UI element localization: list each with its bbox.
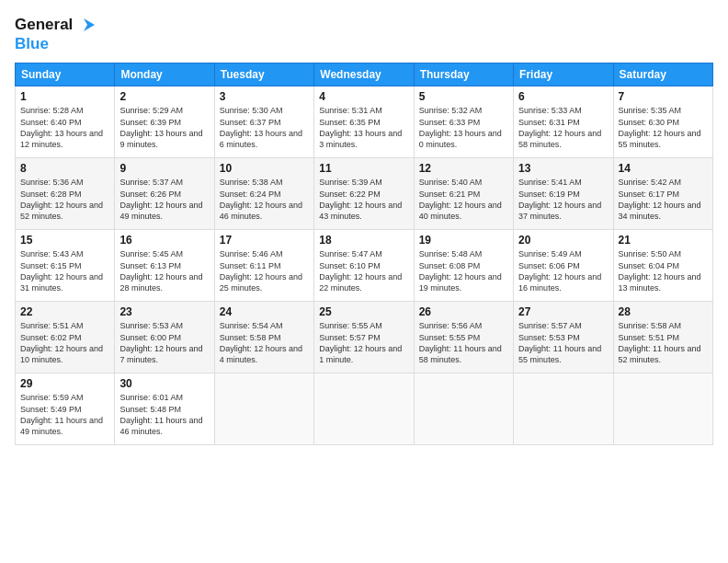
logo-bird-icon [74, 15, 95, 35]
day-number: 8 [20, 162, 109, 175]
calendar-cell [613, 373, 712, 445]
calendar-week-row: 1Sunrise: 5:28 AMSunset: 6:40 PMDaylight… [16, 86, 713, 158]
calendar-cell: 25Sunrise: 5:55 AMSunset: 5:57 PMDayligh… [314, 302, 414, 373]
day-number: 5 [419, 90, 508, 103]
calendar-cell: 11Sunrise: 5:39 AMSunset: 6:22 PMDayligh… [314, 158, 414, 230]
calendar-cell: 3Sunrise: 5:30 AMSunset: 6:37 PMDaylight… [214, 86, 313, 158]
day-info: Sunrise: 5:46 AMSunset: 6:11 PMDaylight:… [220, 248, 309, 293]
day-info: Sunrise: 5:28 AMSunset: 6:40 PMDaylight:… [20, 105, 109, 150]
weekday-header: Friday [514, 63, 613, 86]
calendar-cell: 27Sunrise: 5:57 AMSunset: 5:53 PMDayligh… [514, 302, 613, 373]
calendar-cell: 28Sunrise: 5:58 AMSunset: 5:51 PMDayligh… [613, 302, 712, 373]
day-number: 18 [319, 234, 408, 247]
logo-general: General [15, 16, 73, 34]
calendar-table: SundayMondayTuesdayWednesdayThursdayFrid… [15, 63, 713, 445]
day-info: Sunrise: 5:50 AMSunset: 6:04 PMDaylight:… [619, 248, 708, 293]
day-info: Sunrise: 5:31 AMSunset: 6:35 PMDaylight:… [319, 105, 408, 150]
day-number: 9 [119, 162, 209, 175]
day-number: 30 [119, 377, 209, 390]
day-number: 17 [220, 234, 309, 247]
day-number: 7 [619, 90, 708, 103]
day-info: Sunrise: 5:54 AMSunset: 5:58 PMDaylight:… [220, 320, 309, 365]
day-number: 22 [20, 305, 109, 318]
calendar-cell: 22Sunrise: 5:51 AMSunset: 6:02 PMDayligh… [16, 302, 115, 373]
calendar-cell: 5Sunrise: 5:32 AMSunset: 6:33 PMDaylight… [414, 86, 513, 158]
calendar-cell [314, 373, 414, 445]
day-number: 29 [20, 377, 109, 390]
weekday-header: Monday [115, 63, 214, 86]
day-info: Sunrise: 5:33 AMSunset: 6:31 PMDaylight:… [518, 105, 608, 150]
calendar-cell [514, 373, 613, 445]
day-number: 14 [619, 162, 708, 175]
day-info: Sunrise: 5:47 AMSunset: 6:10 PMDaylight:… [319, 248, 408, 293]
day-info: Sunrise: 5:48 AMSunset: 6:08 PMDaylight:… [419, 248, 508, 293]
day-info: Sunrise: 5:45 AMSunset: 6:13 PMDaylight:… [119, 248, 209, 293]
calendar-cell: 4Sunrise: 5:31 AMSunset: 6:35 PMDaylight… [314, 86, 414, 158]
day-info: Sunrise: 5:40 AMSunset: 6:21 PMDaylight:… [419, 177, 508, 222]
day-number: 28 [619, 305, 708, 318]
day-info: Sunrise: 5:39 AMSunset: 6:22 PMDaylight:… [319, 177, 408, 222]
day-number: 24 [220, 305, 309, 318]
header: General Blue [15, 15, 713, 53]
day-number: 27 [518, 305, 608, 318]
calendar-cell: 18Sunrise: 5:47 AMSunset: 6:10 PMDayligh… [314, 230, 414, 302]
day-info: Sunrise: 5:53 AMSunset: 6:00 PMDaylight:… [119, 320, 209, 365]
calendar-cell: 12Sunrise: 5:40 AMSunset: 6:21 PMDayligh… [414, 158, 513, 230]
day-number: 10 [220, 162, 309, 175]
calendar-cell: 19Sunrise: 5:48 AMSunset: 6:08 PMDayligh… [414, 230, 513, 302]
day-info: Sunrise: 5:59 AMSunset: 5:49 PMDaylight:… [20, 392, 109, 437]
calendar-cell: 8Sunrise: 5:36 AMSunset: 6:28 PMDaylight… [16, 158, 115, 230]
logo-blue: Blue [15, 35, 95, 53]
day-info: Sunrise: 5:36 AMSunset: 6:28 PMDaylight:… [20, 177, 109, 222]
day-number: 4 [319, 90, 408, 103]
calendar-cell: 7Sunrise: 5:35 AMSunset: 6:30 PMDaylight… [613, 86, 712, 158]
day-number: 3 [220, 90, 309, 103]
calendar-cell: 2Sunrise: 5:29 AMSunset: 6:39 PMDaylight… [115, 86, 214, 158]
day-info: Sunrise: 5:49 AMSunset: 6:06 PMDaylight:… [518, 248, 608, 293]
page: General Blue SundayMondayTuesdayWednesda… [0, 0, 728, 563]
calendar-week-row: 15Sunrise: 5:43 AMSunset: 6:15 PMDayligh… [16, 230, 713, 302]
calendar-cell: 14Sunrise: 5:42 AMSunset: 6:17 PMDayligh… [613, 158, 712, 230]
day-number: 25 [319, 305, 408, 318]
day-info: Sunrise: 5:29 AMSunset: 6:39 PMDaylight:… [119, 105, 209, 150]
calendar-cell [414, 373, 513, 445]
day-number: 26 [419, 305, 508, 318]
calendar-cell: 17Sunrise: 5:46 AMSunset: 6:11 PMDayligh… [214, 230, 313, 302]
day-info: Sunrise: 5:38 AMSunset: 6:24 PMDaylight:… [220, 177, 309, 222]
calendar-cell: 29Sunrise: 5:59 AMSunset: 5:49 PMDayligh… [16, 373, 115, 445]
day-number: 13 [518, 162, 608, 175]
weekday-header: Wednesday [314, 63, 414, 86]
calendar-week-row: 29Sunrise: 5:59 AMSunset: 5:49 PMDayligh… [16, 373, 713, 445]
calendar-cell: 10Sunrise: 5:38 AMSunset: 6:24 PMDayligh… [214, 158, 313, 230]
day-info: Sunrise: 5:37 AMSunset: 6:26 PMDaylight:… [119, 177, 209, 222]
calendar-week-row: 22Sunrise: 5:51 AMSunset: 6:02 PMDayligh… [16, 302, 713, 373]
day-info: Sunrise: 5:55 AMSunset: 5:57 PMDaylight:… [319, 320, 408, 365]
day-info: Sunrise: 5:58 AMSunset: 5:51 PMDaylight:… [619, 320, 708, 365]
calendar-cell: 6Sunrise: 5:33 AMSunset: 6:31 PMDaylight… [514, 86, 613, 158]
calendar-cell: 20Sunrise: 5:49 AMSunset: 6:06 PMDayligh… [514, 230, 613, 302]
day-info: Sunrise: 6:01 AMSunset: 5:48 PMDaylight:… [119, 392, 209, 437]
calendar-cell: 9Sunrise: 5:37 AMSunset: 6:26 PMDaylight… [115, 158, 214, 230]
day-number: 21 [619, 234, 708, 247]
day-info: Sunrise: 5:30 AMSunset: 6:37 PMDaylight:… [220, 105, 309, 150]
calendar-cell: 26Sunrise: 5:56 AMSunset: 5:55 PMDayligh… [414, 302, 513, 373]
calendar-cell: 1Sunrise: 5:28 AMSunset: 6:40 PMDaylight… [16, 86, 115, 158]
calendar-cell: 30Sunrise: 6:01 AMSunset: 5:48 PMDayligh… [115, 373, 214, 445]
weekday-header: Tuesday [214, 63, 313, 86]
day-info: Sunrise: 5:42 AMSunset: 6:17 PMDaylight:… [619, 177, 708, 222]
weekday-header: Sunday [16, 63, 115, 86]
day-number: 16 [119, 234, 209, 247]
weekday-header: Saturday [613, 63, 712, 86]
day-info: Sunrise: 5:56 AMSunset: 5:55 PMDaylight:… [419, 320, 508, 365]
day-number: 11 [319, 162, 408, 175]
day-number: 6 [518, 90, 608, 103]
day-info: Sunrise: 5:41 AMSunset: 6:19 PMDaylight:… [518, 177, 608, 222]
calendar-week-row: 8Sunrise: 5:36 AMSunset: 6:28 PMDaylight… [16, 158, 713, 230]
day-number: 20 [518, 234, 608, 247]
day-info: Sunrise: 5:43 AMSunset: 6:15 PMDaylight:… [20, 248, 109, 293]
calendar-cell: 21Sunrise: 5:50 AMSunset: 6:04 PMDayligh… [613, 230, 712, 302]
calendar-cell: 13Sunrise: 5:41 AMSunset: 6:19 PMDayligh… [514, 158, 613, 230]
weekday-header: Thursday [414, 63, 513, 86]
day-number: 2 [119, 90, 209, 103]
day-number: 23 [119, 305, 209, 318]
